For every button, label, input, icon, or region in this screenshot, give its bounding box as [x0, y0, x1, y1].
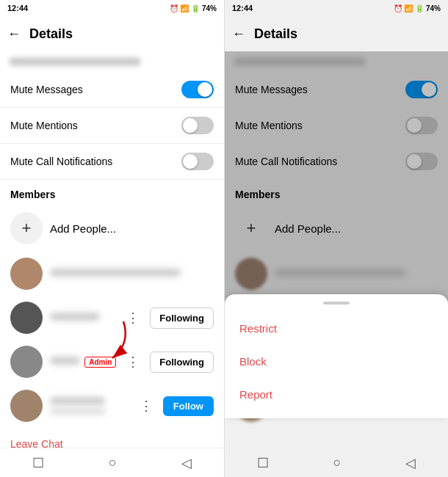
- member-info-1: [50, 269, 214, 280]
- following-button-2[interactable]: Following: [150, 307, 214, 329]
- mute-messages-label: Mute Messages: [10, 84, 83, 95]
- following-button-3[interactable]: Following: [150, 352, 214, 373]
- status-icons-left: ⏰ 📶 🔋 74%: [170, 4, 217, 12]
- member-sub-blur-4: [50, 408, 105, 415]
- sheet-restrict-item[interactable]: Restrict: [225, 312, 448, 345]
- avatar-2: [10, 302, 43, 334]
- leave-chat-link[interactable]: Leave Chat: [0, 428, 224, 448]
- nav-triangle-right[interactable]: ◁: [405, 455, 416, 471]
- admin-badge: Admin: [84, 357, 116, 368]
- mute-messages-row: Mute Messages: [0, 72, 224, 108]
- nav-circle-left[interactable]: ○: [109, 455, 117, 470]
- left-phone-panel: 12:44 ⏰ 📶 🔋 74% ← Details Mute Messages …: [0, 0, 224, 477]
- mute-mentions-row: Mute Mentions: [0, 108, 224, 144]
- toggle-knob: [198, 82, 212, 97]
- follow-button-4[interactable]: Follow: [163, 396, 214, 416]
- mute-calls-row: Mute Call Notifications: [0, 144, 224, 180]
- add-people-label: Add People...: [50, 222, 116, 235]
- member-name-blur-3: [50, 357, 80, 365]
- back-button-right[interactable]: ←: [232, 26, 245, 42]
- member-info-2: [50, 313, 116, 324]
- member-dots-4[interactable]: ⋮: [137, 398, 156, 414]
- member-dots-3[interactable]: ⋮: [123, 354, 142, 370]
- top-contact-blurred: [0, 51, 224, 72]
- member-name-blur-2: [50, 313, 100, 321]
- nav-square-right[interactable]: ☐: [257, 455, 269, 471]
- right-phone-panel: 12:44 ⏰ 📶 🔋 74% ← Details Mute Messages: [224, 0, 448, 477]
- content-left: Mute Messages Mute Mentions Mute Call No…: [0, 51, 224, 448]
- mute-mentions-toggle[interactable]: [181, 117, 214, 134]
- sheet-handle: [323, 302, 350, 305]
- status-bar-right: 12:44 ⏰ 📶 🔋 74%: [225, 0, 448, 16]
- nav-square-left[interactable]: ☐: [32, 455, 44, 471]
- members-title-left: Members: [0, 180, 224, 205]
- toggle-knob-3: [183, 154, 198, 169]
- nav-bar-left: ☐ ○ ◁: [0, 448, 224, 477]
- nav-triangle-left[interactable]: ◁: [181, 455, 192, 471]
- member-row-1: [0, 252, 224, 296]
- bottom-sheet: Restrict Block Report: [225, 294, 448, 418]
- page-title-left: Details: [29, 26, 73, 42]
- member-info-4: [50, 397, 129, 415]
- mute-messages-toggle[interactable]: [181, 81, 214, 98]
- status-icons-right: ⏰ 📶 🔋 74%: [394, 4, 441, 12]
- member-name-blur-4: [50, 397, 105, 405]
- page-title-right: Details: [254, 26, 297, 42]
- add-people-icon: +: [10, 212, 43, 244]
- avatar-3: [10, 346, 43, 378]
- back-button-left[interactable]: ←: [7, 26, 21, 42]
- toggle-knob-2: [183, 118, 198, 133]
- member-dots-2[interactable]: ⋮: [123, 310, 142, 326]
- contact-name-blur: [9, 57, 141, 66]
- mute-calls-label: Mute Call Notifications: [10, 156, 112, 167]
- member-row-4: ⋮ Follow: [0, 384, 224, 428]
- sheet-report-item[interactable]: Report: [225, 378, 448, 411]
- header-right: ← Details: [225, 16, 448, 51]
- mute-mentions-label: Mute Mentions: [10, 120, 78, 131]
- nav-circle-right[interactable]: ○: [333, 455, 342, 470]
- add-people-row[interactable]: + Add People...: [0, 205, 224, 252]
- mute-calls-toggle[interactable]: [181, 153, 214, 170]
- avatar-1: [10, 258, 43, 290]
- sheet-block-item[interactable]: Block: [225, 345, 448, 378]
- member-name-blur-1: [50, 269, 181, 277]
- member-info-3: Admin: [50, 357, 116, 368]
- header-left: ← Details: [0, 16, 224, 51]
- time-right: 12:44: [232, 4, 253, 12]
- member-row-3: Admin ⋮ Following: [0, 340, 224, 384]
- right-content-wrapper: Mute Messages Mute Mentions Mute Call No…: [225, 51, 448, 448]
- avatar-4: [10, 390, 43, 422]
- member-row-2: ⋮ Following: [0, 296, 224, 340]
- status-bar-left: 12:44 ⏰ 📶 🔋 74%: [0, 0, 224, 16]
- nav-bar-right: ☐ ○ ◁: [225, 448, 448, 477]
- time-left: 12:44: [7, 4, 28, 12]
